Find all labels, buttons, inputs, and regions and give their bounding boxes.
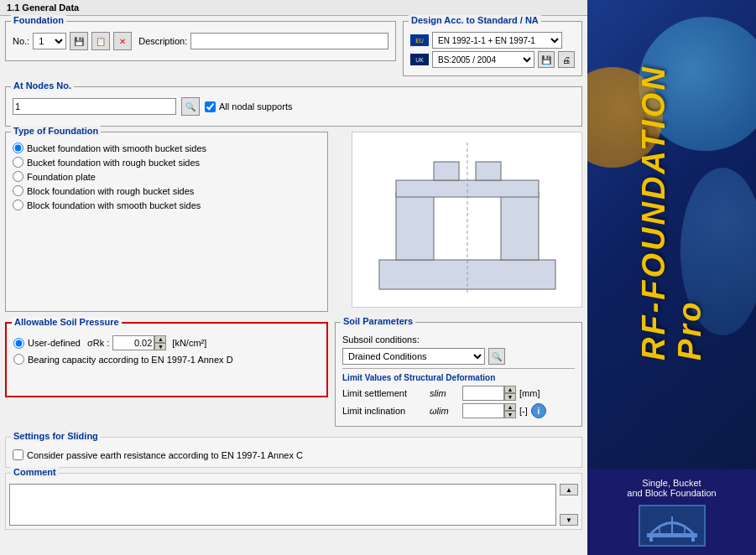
- design-standard-group: Design Acc. to Standard / NA EU EN 1992-…: [403, 21, 582, 76]
- inclination-down-btn[interactable]: ▼: [504, 411, 516, 418]
- no-label: No.:: [13, 36, 29, 46]
- foundation-type-label-1: Bucket foundation with rough bucket side…: [27, 158, 200, 168]
- passive-resistance-label: Consider passive earth resistance accord…: [27, 450, 303, 460]
- page-title: 1.1 General Data: [7, 3, 79, 13]
- settlement-spinbox[interactable]: ▲ ▼: [462, 386, 516, 401]
- sidebar-bottom: Single, Bucket and Block Foundation: [587, 469, 756, 555]
- user-defined-label: User-defined: [28, 338, 81, 348]
- design-standard-dropdown2[interactable]: BS:2005 / 2004: [432, 51, 534, 68]
- uk-flag-icon: UK: [410, 54, 429, 65]
- foundation-type-label-3: Block foundation with rough bucket sides: [27, 186, 194, 196]
- soil-parameters-title: Soil Parameters: [341, 316, 415, 326]
- soil-parameters-group: Soil Parameters Subsoil conditions: Drai…: [335, 322, 582, 427]
- rf-logo-text: RF-FOUNDATION Pro: [636, 25, 708, 360]
- settlement-label: Limit settlement: [342, 388, 426, 398]
- bearing-capacity-label: Bearing capacity according to EN 1997-1 …: [28, 355, 233, 365]
- foundation-type-label-4: Block foundation with smooth bucket side…: [27, 200, 201, 210]
- sigma-spinbox[interactable]: ▲ ▼: [112, 335, 166, 350]
- type-foundation-title: Type of Foundation: [11, 126, 101, 136]
- foundation-title: Foundation: [11, 15, 66, 25]
- passive-resistance-checkbox[interactable]: [13, 449, 23, 460]
- settlement-input[interactable]: [462, 386, 504, 401]
- at-nodes-group: At Nodes No. 🔍 All nodal supports: [5, 86, 582, 127]
- sigma-label: σRk :: [87, 338, 109, 348]
- description-input[interactable]: [190, 33, 388, 49]
- svg-rect-5: [434, 162, 459, 180]
- inclination-info-btn[interactable]: i: [531, 403, 546, 418]
- subsoil-label: Subsoil conditions:: [342, 335, 420, 345]
- comment-textarea[interactable]: [9, 484, 556, 526]
- foundation-svg: [362, 138, 572, 302]
- copy-button[interactable]: 📋: [91, 32, 110, 50]
- brand-logo: [639, 505, 706, 547]
- no-dropdown[interactable]: 1: [33, 33, 66, 49]
- foundation-type-label-0: Bucket foundation with smooth bucket sid…: [27, 143, 206, 153]
- type-foundation-group: Type of Foundation Bucket foundation wit…: [5, 132, 328, 312]
- ds-print-button[interactable]: 🖨: [558, 51, 575, 68]
- foundation-type-4[interactable]: [13, 200, 23, 210]
- settings-sliding-group: Settings for Sliding Consider passive ea…: [5, 437, 582, 468]
- inclination-input[interactable]: [462, 403, 504, 418]
- user-defined-radio[interactable]: [13, 338, 24, 349]
- inclination-label: Limit inclination: [342, 406, 426, 416]
- foundation-type-1[interactable]: [13, 157, 23, 168]
- at-nodes-title: At Nodes No.: [11, 80, 74, 91]
- subsoil-search-btn[interactable]: 🔍: [488, 348, 505, 365]
- eu-flag-icon: EU: [410, 34, 429, 46]
- limit-values-title: Limit Values of Structural Deformation: [342, 373, 495, 382]
- sigma-input[interactable]: [112, 335, 154, 350]
- right-sidebar: RF-FOUNDATION Pro Single, Bucket and Blo…: [587, 0, 756, 555]
- nodes-input[interactable]: [13, 98, 176, 115]
- delete-button[interactable]: ✕: [113, 32, 132, 50]
- all-nodal-checkbox[interactable]: [205, 101, 216, 112]
- foundation-type-3[interactable]: [13, 185, 23, 196]
- design-standard-title: Design Acc. to Standard / NA: [409, 15, 541, 25]
- design-standard-dropdown1[interactable]: EN 1992-1-1 + EN 1997-1: [432, 32, 562, 49]
- inclination-sym: ωlim: [430, 406, 459, 416]
- foundation-diagram: [352, 132, 582, 308]
- allowable-soil-title: Allowable Soil Pressure: [12, 317, 122, 327]
- inclination-spinbox[interactable]: ▲ ▼: [462, 403, 516, 418]
- svg-rect-11: [649, 533, 653, 542]
- title-bar: 1.1 General Data: [0, 0, 587, 16]
- foundation-type-0[interactable]: [13, 143, 23, 153]
- settlement-down-btn[interactable]: ▼: [504, 393, 516, 401]
- nodes-search-button[interactable]: 🔍: [181, 97, 200, 116]
- svg-rect-2: [501, 193, 539, 260]
- svg-rect-6: [476, 162, 501, 180]
- comment-scroll-up[interactable]: ▲: [560, 484, 578, 495]
- foundation-type-2[interactable]: [13, 171, 23, 182]
- sidebar-desc-line2: and Block Foundation: [627, 488, 716, 498]
- foundation-group: Foundation No.: 1 💾 📋 ✕: [5, 21, 396, 61]
- bridge-logo-svg: [643, 508, 701, 543]
- settlement-up-btn[interactable]: ▲: [504, 386, 516, 393]
- svg-rect-12: [691, 533, 695, 542]
- sigma-up-btn[interactable]: ▲: [154, 335, 166, 343]
- inclination-unit: [-]: [519, 406, 528, 416]
- bearing-capacity-radio[interactable]: [13, 354, 24, 365]
- inclination-up-btn[interactable]: ▲: [504, 403, 516, 411]
- svg-rect-1: [396, 193, 434, 260]
- ds-save-button[interactable]: 💾: [538, 51, 555, 68]
- allowable-soil-group: Allowable Soil Pressure User-defined σRk…: [5, 322, 328, 397]
- sigma-unit: [kN/cm²]: [172, 338, 206, 348]
- comment-group: Comment ▲ ▼: [5, 473, 582, 530]
- settlement-unit: [mm]: [519, 388, 540, 398]
- comment-scroll-down[interactable]: ▼: [560, 514, 578, 526]
- save-button[interactable]: 💾: [70, 32, 88, 50]
- svg-rect-7: [647, 533, 697, 537]
- comment-title: Comment: [11, 467, 59, 477]
- foundation-type-label-2: Foundation plate: [27, 172, 96, 182]
- all-nodal-label: All nodal supports: [219, 101, 292, 112]
- settlement-sym: slim: [430, 388, 459, 398]
- description-label: Description:: [138, 36, 187, 46]
- sidebar-desc-line1: Single, Bucket: [642, 478, 701, 488]
- settings-sliding-title: Settings for Sliding: [11, 431, 101, 441]
- sigma-down-btn[interactable]: ▼: [154, 343, 166, 350]
- svg-rect-3: [396, 180, 539, 197]
- subsoil-dropdown[interactable]: Drained ConditionsUndrained ConditionsRo…: [342, 348, 485, 365]
